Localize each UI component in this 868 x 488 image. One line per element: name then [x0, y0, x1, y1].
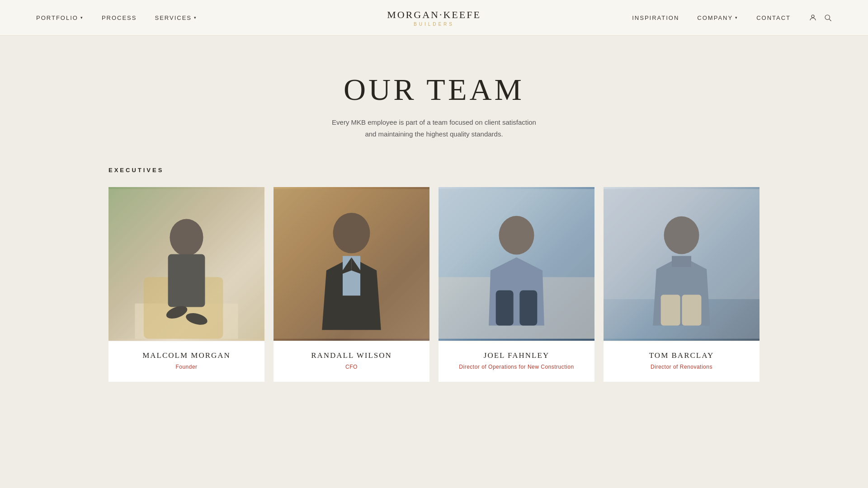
svg-point-1	[825, 15, 830, 20]
team-member-name: TOM BARCLAY	[613, 351, 750, 360]
team-member-name: JOEL FAHNLEY	[448, 351, 585, 360]
chevron-down-icon: ▾	[735, 15, 738, 20]
section-label: EXECUTIVES	[108, 167, 760, 174]
svg-rect-23	[672, 256, 691, 267]
page-title: OUR TEAM	[108, 72, 760, 108]
team-member-title: CFO	[283, 364, 420, 370]
nav-services[interactable]: SERVICES ▾	[155, 14, 197, 21]
team-card[interactable]: JOEL FAHNLEY Director of Operations for …	[439, 187, 594, 382]
team-card[interactable]: RANDALL WILSON CFO	[274, 187, 429, 382]
nav-right: INSPIRATION COMPANY ▾ CONTACT	[632, 14, 832, 22]
team-card[interactable]: TOM BARCLAY Director of Renovations	[604, 187, 760, 382]
svg-rect-25	[682, 295, 701, 325]
logo-tagline: BUILDERS	[414, 22, 454, 27]
team-member-title: Director of Operations for New Construct…	[448, 364, 585, 370]
team-card[interactable]: MALCOLM MORGAN Founder	[108, 187, 264, 382]
svg-rect-24	[661, 295, 680, 325]
team-photo-2	[274, 187, 429, 341]
svg-point-17	[499, 216, 534, 255]
team-card-info: RANDALL WILSON CFO	[274, 341, 429, 382]
executives-section: EXECUTIVES	[108, 167, 760, 382]
nav-contact[interactable]: CONTACT	[756, 14, 791, 21]
chevron-down-icon: ▾	[80, 15, 84, 20]
team-photo-3	[439, 187, 594, 341]
team-member-title: Founder	[118, 364, 255, 370]
team-member-name: RANDALL WILSON	[283, 351, 420, 360]
svg-rect-7	[168, 254, 205, 307]
svg-rect-18	[496, 290, 514, 325]
nav-process[interactable]: PROCESS	[102, 14, 137, 21]
nav-icons	[809, 14, 832, 22]
team-member-title: Director of Renovations	[613, 364, 750, 370]
team-grid: MALCOLM MORGAN Founder	[108, 187, 760, 382]
nav-portfolio[interactable]: PORTFOLIO ▾	[36, 14, 84, 21]
svg-line-2	[829, 19, 831, 21]
user-icon[interactable]	[809, 14, 817, 22]
svg-rect-19	[519, 290, 537, 325]
main-content: OUR TEAM Every MKB employee is part of a…	[0, 36, 868, 418]
svg-point-22	[664, 216, 699, 254]
chevron-down-icon: ▾	[194, 15, 197, 20]
svg-point-6	[170, 219, 203, 256]
page-subtitle: Every MKB employee is part of a team foc…	[307, 117, 561, 140]
search-icon[interactable]	[824, 14, 832, 22]
nav-company[interactable]: COMPANY ▾	[697, 14, 738, 21]
team-card-info: JOEL FAHNLEY Director of Operations for …	[439, 341, 594, 382]
team-card-info: MALCOLM MORGAN Founder	[108, 341, 264, 382]
nav-inspiration[interactable]: INSPIRATION	[632, 14, 679, 21]
site-logo[interactable]: MORGAN·KEEFE BUILDERS	[387, 9, 481, 27]
svg-point-0	[811, 15, 814, 18]
page-title-section: OUR TEAM Every MKB employee is part of a…	[108, 72, 760, 140]
team-photo-4	[604, 187, 760, 341]
team-card-info: TOM BARCLAY Director of Renovations	[604, 341, 760, 382]
team-member-name: MALCOLM MORGAN	[118, 351, 255, 360]
nav-left: PORTFOLIO ▾ PROCESS SERVICES ▾	[36, 14, 197, 21]
svg-point-12	[333, 213, 370, 253]
logo-name: MORGAN·KEEFE	[387, 9, 481, 21]
site-header: PORTFOLIO ▾ PROCESS SERVICES ▾ MORGAN·KE…	[0, 0, 868, 36]
team-photo-1	[108, 187, 264, 341]
